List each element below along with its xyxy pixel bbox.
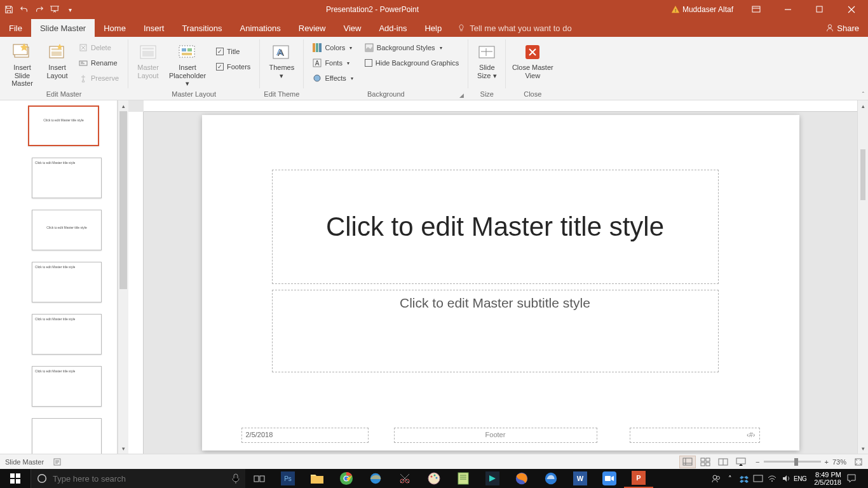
zoom-slider[interactable] <box>764 461 821 463</box>
tab-file[interactable]: File <box>0 19 31 37</box>
normal-view-button[interactable] <box>679 456 696 468</box>
master-thumbnail[interactable]: Click to edit Master title style <box>28 105 99 146</box>
tell-me-search[interactable]: Tell me what you want to do <box>451 19 578 37</box>
tab-transitions[interactable]: Transitions <box>173 19 231 37</box>
taskbar-app-powerpoint[interactable]: P <box>624 469 653 488</box>
scrollbar-thumb[interactable] <box>860 149 865 200</box>
slide-number-placeholder[interactable]: ‹#› <box>630 428 760 443</box>
system-tray[interactable]: ˄ ENG <box>707 473 809 484</box>
keyboard-icon[interactable] <box>753 473 763 484</box>
tab-slide-master[interactable]: Slide Master <box>31 19 95 37</box>
zoom-out-button[interactable]: − <box>756 458 759 466</box>
layout-thumbnail[interactable] <box>32 418 102 454</box>
layout-thumbnail[interactable]: Click to edit Master title style <box>32 210 102 250</box>
tray-expand-icon[interactable]: ˄ <box>725 473 735 484</box>
language-icon[interactable]: ENG <box>795 473 805 484</box>
layout-thumbnail[interactable]: Click to edit Master title style <box>32 366 102 407</box>
canvas-scrollbar[interactable]: ▴ ▾ <box>857 100 868 454</box>
search-input[interactable] <box>53 474 226 484</box>
footer-placeholder[interactable]: Footer <box>394 428 597 443</box>
collapse-ribbon-icon[interactable]: ˆ <box>862 92 864 98</box>
reading-view-button[interactable] <box>715 456 731 468</box>
background-styles-button[interactable]: Background Styles▾ <box>362 41 461 55</box>
notes-icon[interactable] <box>53 458 62 466</box>
tab-addins[interactable]: Add-ins <box>370 19 416 37</box>
horizontal-ruler[interactable] <box>144 100 857 112</box>
layout-thumbnail[interactable]: Click to edit Master title style <box>32 314 102 355</box>
layout-thumbnail[interactable]: Click to edit Master title style <box>32 158 102 198</box>
effects-button[interactable]: Effects▾ <box>310 71 355 85</box>
insert-layout-button[interactable]: Insert Layout <box>42 39 72 82</box>
zoom-in-button[interactable]: + <box>825 458 829 466</box>
scroll-down-icon[interactable]: ▾ <box>858 443 868 454</box>
close-master-view-button[interactable]: Close Master View <box>510 39 555 82</box>
tab-help[interactable]: Help <box>416 19 451 37</box>
layout-thumbnail[interactable]: Click to edit Master title style <box>32 262 102 302</box>
vertical-ruler[interactable] <box>128 112 144 454</box>
slide-size-button[interactable]: Slide Size ▾ <box>472 39 501 82</box>
tab-home[interactable]: Home <box>95 19 135 37</box>
taskbar-search[interactable] <box>31 469 245 488</box>
action-center-icon[interactable] <box>846 473 868 484</box>
people-icon[interactable] <box>711 473 721 484</box>
fonts-button[interactable]: AFonts▾ <box>310 56 355 70</box>
undo-icon[interactable] <box>19 4 29 15</box>
themes-button[interactable]: AA Themes▾ <box>265 39 298 82</box>
maximize-button[interactable] <box>806 0 834 19</box>
tab-insert[interactable]: Insert <box>135 19 173 37</box>
qat-more-icon[interactable]: ▾ <box>65 4 75 15</box>
redo-icon[interactable] <box>34 4 44 15</box>
taskbar-app-snip[interactable] <box>390 469 419 488</box>
slideshow-view-button[interactable] <box>733 456 749 468</box>
dropbox-icon[interactable] <box>739 473 749 484</box>
volume-icon[interactable] <box>781 473 791 484</box>
taskbar-app-edge[interactable] <box>536 469 566 488</box>
taskbar-app-word[interactable]: W <box>566 469 595 488</box>
taskbar-app-zoom[interactable] <box>595 469 624 488</box>
taskbar-app-explorer[interactable] <box>302 469 332 488</box>
sorter-view-button[interactable] <box>697 456 714 468</box>
title-placeholder[interactable]: Click to edit Master title style <box>272 170 719 284</box>
taskbar-app-chrome[interactable] <box>332 469 361 488</box>
ribbon-display-options-icon[interactable] <box>742 0 770 19</box>
thumbnail-scrollbar[interactable]: ▴ ▾ <box>118 100 128 454</box>
taskbar-app-ie[interactable] <box>361 469 390 488</box>
fit-to-window-button[interactable] <box>854 458 863 466</box>
taskbar-app-paint[interactable] <box>419 469 449 488</box>
slide-master[interactable]: Click to edit Master title style Click t… <box>202 115 799 451</box>
scroll-up-icon[interactable]: ▴ <box>118 100 128 111</box>
taskbar-app-notepadpp[interactable] <box>449 469 478 488</box>
footers-checkbox[interactable]: ✓Footers <box>214 60 253 74</box>
tab-view[interactable]: View <box>334 19 370 37</box>
dialog-launcher-icon[interactable]: ◢ <box>459 92 464 98</box>
zoom-level[interactable]: 73% <box>832 458 846 466</box>
insert-slide-master-button[interactable]: Insert Slide Master <box>4 39 41 90</box>
colors-button[interactable]: Colors▾ <box>310 41 355 55</box>
taskbar-app-filmora[interactable] <box>478 469 507 488</box>
wifi-icon[interactable] <box>767 473 777 484</box>
save-icon[interactable] <box>4 4 14 15</box>
scroll-down-icon[interactable]: ▾ <box>118 443 128 454</box>
close-button[interactable] <box>837 0 865 19</box>
scrollbar-thumb[interactable] <box>119 111 127 289</box>
zoom-slider-thumb[interactable] <box>794 458 798 466</box>
minimize-button[interactable] <box>774 0 802 19</box>
rename-button[interactable]: Rename <box>76 56 121 70</box>
taskbar-clock[interactable]: 8:49 PM 2/5/2018 <box>809 471 846 486</box>
hide-background-checkbox[interactable]: Hide Background Graphics <box>362 56 461 70</box>
scroll-up-icon[interactable]: ▴ <box>858 100 868 111</box>
share-button[interactable]: Share <box>817 19 868 37</box>
slideshow-start-icon[interactable] <box>50 4 60 15</box>
subtitle-placeholder[interactable]: Click to edit Master subtitle style <box>272 290 719 372</box>
date-placeholder[interactable]: 2/5/2018 <box>241 428 369 443</box>
taskbar-app-photoshop[interactable]: Ps <box>273 469 302 488</box>
tab-animations[interactable]: Animations <box>231 19 290 37</box>
insert-placeholder-button[interactable]: Insert Placeholder ▾ <box>165 39 210 90</box>
thumbnail-pane[interactable]: Click to edit Master title style Click t… <box>0 100 118 454</box>
task-view-button[interactable] <box>245 469 273 488</box>
account-user[interactable]: ! Muddaser Altaf <box>666 5 738 14</box>
start-button[interactable] <box>0 469 31 488</box>
tab-review[interactable]: Review <box>290 19 335 37</box>
mic-icon[interactable] <box>231 473 240 484</box>
title-checkbox[interactable]: ✓Title <box>214 44 253 58</box>
